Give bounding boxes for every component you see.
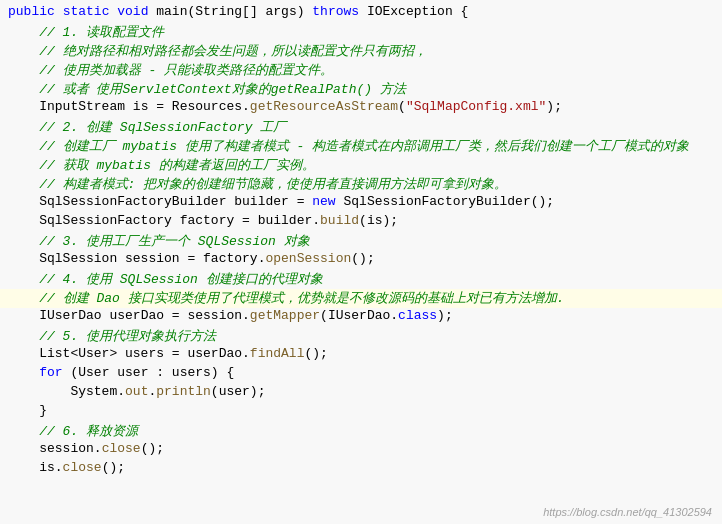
- line-content: for (User user : users) {: [8, 365, 714, 380]
- token-comment: // 5. 使用代理对象执行方法: [8, 329, 216, 344]
- line-content: SqlSessionFactory factory = builder.buil…: [8, 213, 714, 228]
- token-plain: is.: [8, 460, 63, 475]
- line-content: public static void main(String[] args) t…: [8, 4, 714, 19]
- token-comment: // 2. 创建: [8, 120, 120, 135]
- token-kw: void: [117, 4, 148, 19]
- token-method: close: [63, 460, 102, 475]
- token-plain: SqlSessionFactoryBuilder();: [336, 194, 554, 209]
- code-line: // 绝对路径和相对路径都会发生问题，所以读配置文件只有两招，: [0, 42, 722, 61]
- token-plain: users = userDao.: [117, 346, 250, 361]
- token-comment: 对象的: [232, 82, 271, 97]
- token-plain: SqlSession: [8, 251, 117, 266]
- token-comment: ServletContext: [122, 82, 231, 97]
- line-content: System.out.println(user);: [8, 384, 714, 399]
- line-content: // 创建工厂 mybatis 使用了构建者模式 - 构造者模式在内部调用工厂类…: [8, 137, 714, 155]
- token-plain: factory = builder.: [172, 213, 320, 228]
- token-plain: (is);: [359, 213, 398, 228]
- token-kw: new: [312, 194, 335, 209]
- code-line: // 使用类加载器 - 只能读取类路径的配置文件。: [0, 61, 722, 80]
- line-content: // 构建者模式: 把对象的创建细节隐藏，使使用者直接调用方法即可拿到对象。: [8, 175, 714, 193]
- code-container: public static void main(String[] args) t…: [0, 0, 722, 524]
- line-content: // 5. 使用代理对象执行方法: [8, 327, 714, 345]
- token-comment: 方法: [372, 82, 406, 97]
- token-plain: builder =: [226, 194, 312, 209]
- token-comment: // 创建 Dao 接口实现类使用了代理模式，优势就是不修改源码的基础上对已有方…: [8, 291, 564, 306]
- token-kw: throws: [312, 4, 359, 19]
- token-plain: IUserDao: [8, 308, 102, 323]
- token-comment: // 获取 mybatis 的构建者返回的工厂实例。: [8, 158, 315, 173]
- watermark-url: https://blog.csdn.net/qq_41302594: [543, 506, 712, 518]
- token-method: build: [320, 213, 359, 228]
- line-content: IUserDao userDao = session.getMapper(IUs…: [8, 308, 714, 323]
- code-line: SqlSessionFactoryBuilder builder = new S…: [0, 194, 722, 213]
- token-method: getResourceAsStream: [250, 99, 398, 114]
- line-content: session.close();: [8, 441, 714, 456]
- token-comment: 工厂: [252, 120, 286, 135]
- line-content: // 绝对路径和相对路径都会发生问题，所以读配置文件只有两招，: [8, 42, 714, 60]
- line-content: // 1. 读取配置文件: [8, 23, 714, 41]
- token-comment: // 创建工厂 mybatis 使用了构建者模式 - 构造者模式在内部调用工厂类…: [8, 139, 689, 154]
- token-plain: ();: [351, 251, 374, 266]
- token-method: out: [125, 384, 148, 399]
- token-kw: class: [398, 308, 437, 323]
- code-line: SqlSession session = factory.openSession…: [0, 251, 722, 270]
- token-comment: // 构建者模式: 把对象的创建细节隐藏，使使用者直接调用方法即可拿到对象。: [8, 177, 507, 192]
- line-content: // 6. 释放资源: [8, 422, 714, 440]
- code-line: // 1. 读取配置文件: [0, 23, 722, 42]
- code-line: // 获取 mybatis 的构建者返回的工厂实例。: [0, 156, 722, 175]
- token-plain: );: [437, 308, 453, 323]
- token-plain: List<User>: [8, 346, 117, 361]
- token-kw: public: [8, 4, 55, 19]
- token-comment: // 1. 读取配置文件: [8, 25, 164, 40]
- token-plain: (: [398, 99, 406, 114]
- token-comment: // 绝对路径和相对路径都会发生问题，所以读配置文件只有两招，: [8, 44, 427, 59]
- token-method: openSession: [265, 251, 351, 266]
- token-string: "SqlMapConfig.xml": [406, 99, 546, 114]
- line-content: }: [8, 403, 714, 418]
- token-comment: getRealPath(): [271, 82, 372, 97]
- line-content: SqlSessionFactoryBuilder builder = new S…: [8, 194, 714, 209]
- code-line: // 创建 Dao 接口实现类使用了代理模式，优势就是不修改源码的基础上对已有方…: [0, 289, 722, 308]
- token-method: println: [156, 384, 211, 399]
- code-line: InputStream is = Resources.getResourceAs…: [0, 99, 722, 118]
- code-line: // 或者 使用ServletContext对象的getRealPath() 方…: [0, 80, 722, 99]
- code-line: // 2. 创建 SqlSessionFactory 工厂: [0, 118, 722, 137]
- token-comment: SqlSessionFactory: [120, 120, 253, 135]
- token-plain: SqlSessionFactoryBuilder: [8, 194, 226, 209]
- line-content: List<User> users = userDao.findAll();: [8, 346, 714, 361]
- token-method: findAll: [250, 346, 305, 361]
- code-line: // 创建工厂 mybatis 使用了构建者模式 - 构造者模式在内部调用工厂类…: [0, 137, 722, 156]
- token-plain: is = Resources.: [125, 99, 250, 114]
- code-line: // 6. 释放资源: [0, 422, 722, 441]
- token-comment: // 或者 使用: [8, 82, 122, 97]
- token-method: getMapper: [250, 308, 320, 323]
- token-plain: ();: [141, 441, 164, 456]
- line-content: // 获取 mybatis 的构建者返回的工厂实例。: [8, 156, 714, 174]
- token-plain: session.: [8, 441, 102, 456]
- code-line: is.close();: [0, 460, 722, 479]
- code-line: public static void main(String[] args) t…: [0, 4, 722, 23]
- line-content: // 2. 创建 SqlSessionFactory 工厂: [8, 118, 714, 136]
- line-content: // 或者 使用ServletContext对象的getRealPath() 方…: [8, 80, 714, 98]
- code-line: // 5. 使用代理对象执行方法: [0, 327, 722, 346]
- code-line: }: [0, 403, 722, 422]
- token-plain: (User user : users) {: [63, 365, 235, 380]
- token-plain: [8, 365, 39, 380]
- token-method: close: [102, 441, 141, 456]
- code-line: SqlSessionFactory factory = builder.buil…: [0, 213, 722, 232]
- line-content: SqlSession session = factory.openSession…: [8, 251, 714, 266]
- code-line: for (User user : users) {: [0, 365, 722, 384]
- token-plain: );: [546, 99, 562, 114]
- token-plain: main(String[] args): [148, 4, 312, 19]
- token-plain: SqlSessionFactory: [8, 213, 172, 228]
- token-plain: ();: [304, 346, 327, 361]
- code-line: List<User> users = userDao.findAll();: [0, 346, 722, 365]
- line-content: // 创建 Dao 接口实现类使用了代理模式，优势就是不修改源码的基础上对已有方…: [8, 289, 714, 307]
- code-line: // 4. 使用 SQLSession 创建接口的代理对象: [0, 270, 722, 289]
- token-comment: // 4. 使用 SQLSession 创建接口的代理对象: [8, 272, 323, 287]
- line-content: // 使用类加载器 - 只能读取类路径的配置文件。: [8, 61, 714, 79]
- token-plain: [55, 4, 63, 19]
- token-plain: ();: [102, 460, 125, 475]
- token-kw: static: [63, 4, 110, 19]
- line-content: // 3. 使用工厂生产一个 SQLSession 对象: [8, 232, 714, 250]
